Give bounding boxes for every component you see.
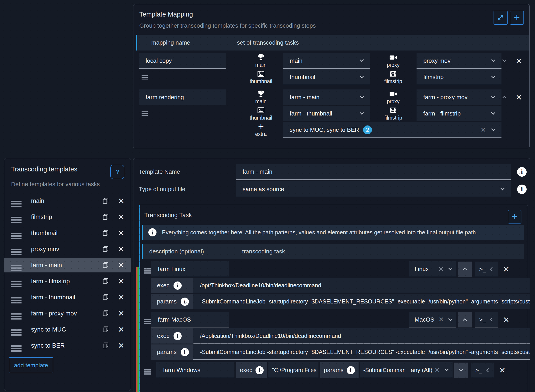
list-item-main[interactable]: main ✕ <box>4 194 131 208</box>
duplicate-icon[interactable] <box>102 277 109 285</box>
clear-selection-icon[interactable]: ✕ <box>480 126 486 133</box>
drag-handle[interactable] <box>142 312 151 321</box>
drag-handle[interactable] <box>142 362 156 371</box>
delete-template-button[interactable]: ✕ <box>118 277 125 285</box>
help-button[interactable]: ? <box>110 165 124 179</box>
task-description-input[interactable]: farm MacOS <box>151 312 229 327</box>
duplicate-icon[interactable] <box>102 294 109 301</box>
delete-task-button[interactable]: ✕ <box>503 316 510 324</box>
drag-handle[interactable] <box>11 199 22 203</box>
extra-templates-multiselect[interactable]: sync to MUC, sync to BER 2 ✕ <box>283 122 502 138</box>
template-name-input[interactable]: farm - main <box>236 164 511 180</box>
exec-value-input[interactable]: /Application/Thinkbox/Deadline10/bin/dea… <box>193 328 530 344</box>
os-select[interactable]: MacOS ✕ <box>409 312 456 327</box>
delete-template-button[interactable]: ✕ <box>118 229 125 237</box>
collapse-row-button[interactable] <box>502 58 506 62</box>
list-item-farm-filmstrip[interactable]: farm - filmstrip ✕ <box>4 274 131 289</box>
task-description-input[interactable]: farm Windows <box>156 362 235 378</box>
duplicate-icon[interactable] <box>102 326 109 333</box>
terminal-test-button[interactable]: >_ <box>475 261 498 277</box>
info-icon[interactable]: i <box>517 167 527 177</box>
terminal-test-button[interactable]: >_ <box>475 312 498 327</box>
list-item-sync-to-ber[interactable]: sync to BER ✕ <box>4 338 131 353</box>
expand-button[interactable] <box>493 11 508 25</box>
filmstrip-template-select[interactable]: farm - filmstrip <box>417 106 502 121</box>
add-task-button[interactable]: + <box>508 210 521 224</box>
list-item-farm-main-selected[interactable]: farm - main ✕ <box>4 258 131 272</box>
duplicate-icon[interactable] <box>102 229 109 237</box>
exec-value-input[interactable]: "C:/Program Files <box>268 362 319 378</box>
proxy-template-select[interactable]: farm - proxy mov <box>417 89 502 105</box>
drag-handle[interactable] <box>11 263 22 267</box>
info-icon[interactable]: i <box>174 332 182 340</box>
duplicate-icon[interactable] <box>102 197 109 205</box>
os-select[interactable]: any (All) ✕ <box>405 362 453 378</box>
add-mapping-button[interactable]: + <box>510 11 524 25</box>
delete-template-button[interactable]: ✕ <box>118 197 125 205</box>
delete-template-button[interactable]: ✕ <box>118 294 125 301</box>
filmstrip-template-select[interactable]: filmstrip <box>417 69 502 85</box>
exec-value-input[interactable]: /opt/Thinkbox/Deadline10/bin/deadlinecom… <box>193 278 530 293</box>
drag-handle[interactable] <box>141 109 236 115</box>
collapse-task-button[interactable] <box>458 261 472 277</box>
info-icon[interactable]: i <box>347 366 355 374</box>
drag-handle[interactable] <box>11 295 22 299</box>
drag-handle[interactable] <box>11 311 22 315</box>
params-value-input[interactable]: -SubmitCommandLineJob -startupdirectory … <box>193 294 530 309</box>
drag-handle[interactable] <box>11 279 22 283</box>
os-select[interactable]: Linux ✕ <box>409 261 456 277</box>
collapse-row-button[interactable] <box>502 96 506 100</box>
drag-handle[interactable] <box>11 344 22 348</box>
info-icon[interactable]: i <box>255 366 264 374</box>
list-item-farm-thumbnail[interactable]: farm - thumbnail ✕ <box>4 290 131 305</box>
terminal-test-button[interactable]: >_ <box>471 363 494 378</box>
main-template-select[interactable]: main <box>283 53 370 69</box>
duplicate-icon[interactable] <box>102 342 109 350</box>
delete-task-button[interactable]: ✕ <box>499 366 506 374</box>
list-item-filmstrip[interactable]: filmstrip ✕ <box>4 210 131 224</box>
info-icon[interactable]: i <box>517 185 527 194</box>
drag-handle[interactable] <box>11 327 22 331</box>
delete-template-button[interactable]: ✕ <box>118 245 125 253</box>
delete-row-button[interactable]: ✕ <box>516 57 522 65</box>
duplicate-icon[interactable] <box>102 245 109 253</box>
drag-handle[interactable] <box>142 261 151 271</box>
expand-task-button[interactable] <box>454 363 468 378</box>
collapse-task-button[interactable] <box>458 312 472 327</box>
delete-template-button[interactable]: ✕ <box>118 326 125 333</box>
list-item-proxy-mov[interactable]: proxy mov ✕ <box>4 242 131 256</box>
params-value-input[interactable]: -SubmitCommand <box>360 362 405 378</box>
clear-os-icon[interactable]: ✕ <box>438 266 444 272</box>
add-template-button[interactable]: add template <box>9 357 53 373</box>
main-template-select[interactable]: farm - main <box>283 89 370 105</box>
mapping-name-input[interactable]: local copy <box>139 53 225 69</box>
info-icon[interactable]: i <box>181 298 189 306</box>
delete-row-button[interactable]: ✕ <box>516 93 522 101</box>
list-item-thumbnail[interactable]: thumbnail ✕ <box>4 226 131 240</box>
output-type-select[interactable]: same as source <box>236 181 511 197</box>
delete-template-button[interactable]: ✕ <box>118 310 125 317</box>
duplicate-icon[interactable] <box>102 310 109 317</box>
delete-template-button[interactable]: ✕ <box>118 261 125 269</box>
info-icon[interactable]: i <box>174 281 182 290</box>
clear-os-icon[interactable]: ✕ <box>434 367 440 373</box>
thumbnail-template-select[interactable]: thumbnail <box>283 69 370 85</box>
list-item-farm-proxy-mov[interactable]: farm - proxy mov ✕ <box>4 306 131 321</box>
proxy-template-select[interactable]: proxy mov <box>417 53 502 69</box>
duplicate-icon[interactable] <box>102 261 109 269</box>
info-icon[interactable]: i <box>181 348 189 356</box>
thumbnail-template-select[interactable]: farm - thumbnail <box>283 106 370 121</box>
drag-handle[interactable] <box>11 215 22 219</box>
duplicate-icon[interactable] <box>102 213 109 221</box>
drag-handle[interactable] <box>11 231 22 235</box>
task-description-input[interactable]: farm Linux <box>151 261 229 277</box>
delete-task-button[interactable]: ✕ <box>503 266 510 273</box>
drag-handle[interactable] <box>11 247 22 251</box>
clear-os-icon[interactable]: ✕ <box>438 316 444 323</box>
delete-template-button[interactable]: ✕ <box>118 213 125 221</box>
drag-handle[interactable] <box>141 73 236 79</box>
params-value-input[interactable]: -SubmitCommandLineJob -startupdirectory … <box>193 345 530 360</box>
delete-template-button[interactable]: ✕ <box>118 342 125 350</box>
mapping-name-input[interactable]: farm rendering <box>139 89 225 105</box>
list-item-sync-to-muc[interactable]: sync to MUC ✕ <box>4 322 131 337</box>
